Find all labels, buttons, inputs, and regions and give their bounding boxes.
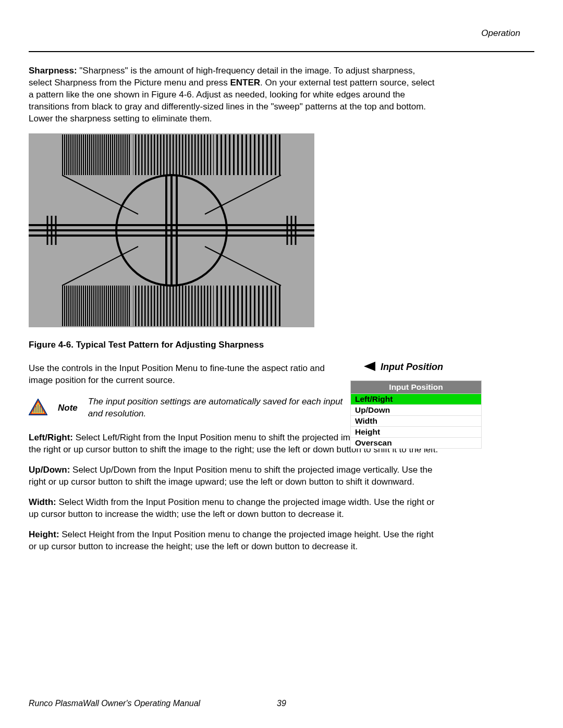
up-down-label: Up/Down:: [29, 465, 70, 475]
menu-item-width[interactable]: Width: [350, 416, 482, 427]
height-paragraph: Height: Select Height from the Input Pos…: [29, 529, 440, 553]
horizontal-rule: [29, 51, 534, 52]
svg-rect-4: [62, 286, 130, 326]
sharpness-paragraph: Sharpness: "Sharpness" is the amount of …: [29, 65, 440, 125]
sidebar-heading: Input Position: [364, 362, 443, 373]
svg-rect-2: [133, 134, 211, 175]
enter-key: ENTER: [230, 78, 260, 88]
width-paragraph: Width: Select Width from the Input Posit…: [29, 497, 440, 521]
main-column: Sharpness: "Sharpness" is the amount of …: [29, 65, 440, 561]
input-position-intro: Use the controls in the Input Position M…: [29, 363, 348, 387]
test-pattern-figure: [29, 133, 314, 327]
note-block: Note The input position settings are aut…: [29, 396, 348, 420]
width-label: Width:: [29, 497, 56, 507]
note-text: The input position settings are automati…: [88, 396, 348, 420]
sidebar-heading-text: Input Position: [381, 362, 443, 372]
menu-item-overscan[interactable]: Overscan: [350, 438, 482, 449]
warning-triangle-icon: [29, 399, 47, 417]
svg-rect-3: [213, 134, 281, 175]
svg-rect-5: [133, 286, 211, 326]
input-position-menu: Input Position Left/Right Up/Down Width …: [350, 380, 482, 449]
section-header: Operation: [481, 28, 520, 39]
left-arrow-icon: [364, 362, 375, 371]
svg-rect-6: [213, 286, 281, 326]
menu-title: Input Position: [350, 380, 482, 394]
svg-rect-1: [62, 134, 130, 175]
height-label: Height:: [29, 529, 59, 539]
up-down-paragraph: Up/Down: Select Up/Down from the Input P…: [29, 464, 440, 488]
test-pattern-svg: [29, 133, 314, 327]
menu-item-up-down[interactable]: Up/Down: [350, 405, 482, 416]
width-text: Select Width from the Input Position men…: [29, 497, 434, 519]
footer-manual-title: Runco PlasmaWall Owner's Operating Manua…: [29, 699, 200, 708]
height-text: Select Height from the Input Position me…: [29, 529, 434, 551]
sharpness-label: Sharpness:: [29, 66, 77, 76]
left-right-label: Left/Right:: [29, 433, 73, 442]
note-label: Note: [58, 403, 78, 413]
up-down-text: Select Up/Down from the Input Position m…: [29, 465, 432, 487]
menu-item-height[interactable]: Height: [350, 427, 482, 438]
figure-caption: Figure 4-6. Typical Test Pattern for Adj…: [29, 340, 440, 350]
page-footer: Runco PlasmaWall Owner's Operating Manua…: [29, 699, 534, 708]
menu-item-left-right[interactable]: Left/Right: [350, 394, 482, 405]
footer-page-number: 39: [277, 699, 286, 708]
